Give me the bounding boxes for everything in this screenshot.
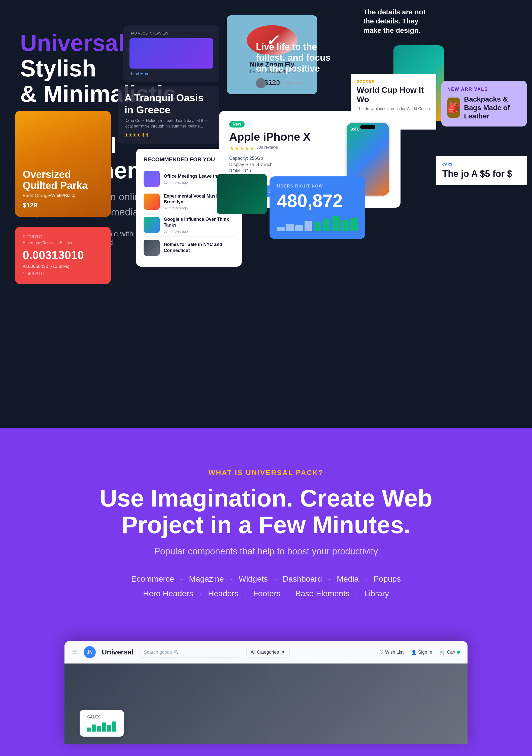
dot-3: · xyxy=(272,574,279,583)
dot-9: · xyxy=(354,589,360,598)
mini-bar-3 xyxy=(97,726,101,732)
nav-actions: ♡ Wish List 👤 Sign In 🛒 Cart xyxy=(380,649,460,655)
backpack-card: NEW ARRIVALS 🎒 Backpacks & Bags Made of … xyxy=(441,81,527,126)
iphone-stars: ★★★★★ xyxy=(229,145,254,152)
hamburger-icon[interactable]: ☰ xyxy=(72,649,78,656)
chevron-down-icon: ▼ xyxy=(281,650,285,655)
rec-name-4: Homes for Sale in NYC and Connecticut xyxy=(164,242,234,254)
nature-card xyxy=(217,174,267,214)
search-bar[interactable]: Search goods 🔍 xyxy=(140,647,240,658)
middle-title-line2: Project in a Few Minutes. xyxy=(122,511,411,538)
meta-name: Olivia Fleming-Cruz xyxy=(269,81,304,85)
backpack-image: 🎒 xyxy=(447,97,460,118)
mini-bar-2 xyxy=(92,724,96,732)
rec-name-3: Google's Influence Over Think Tanks xyxy=(164,216,234,228)
spec-capacity: Capacity: 256Gb xyxy=(229,156,337,161)
iphone-reviews-row: ★★★★★ 308 reviews xyxy=(229,143,337,152)
soccer-title: World Cup How It Wo xyxy=(357,85,430,104)
categories-row: Ecommerce · Magazine · Widgets · Dashboa… xyxy=(20,572,512,601)
rec-item-3: Google's Influence Over Think Tanks 38 m… xyxy=(144,213,234,237)
search-icon: 🔍 xyxy=(174,650,179,655)
mini-bar-4 xyxy=(102,722,106,732)
quote-card: The details are not the details. They ma… xyxy=(356,0,436,42)
heart-icon: ♡ xyxy=(380,649,384,655)
mini-bar-5 xyxy=(107,725,111,732)
top-section: The details are not the details. They ma… xyxy=(0,0,532,428)
greece-text: Dario Cook-Holden recreated dark days at… xyxy=(124,118,213,129)
category-dropdown[interactable]: All Categories ▼ xyxy=(246,647,290,658)
interview-tag: Had a Job Interview xyxy=(129,31,213,35)
livelife-meta: Olivia Fleming-Cruz xyxy=(256,78,334,88)
cat-headers: Headers xyxy=(208,589,239,598)
users-count: 480,872 xyxy=(277,191,358,211)
middle-description: Popular components that help to boost yo… xyxy=(20,546,512,557)
preview-hero-bg xyxy=(65,663,467,744)
wishlist-link[interactable]: ♡ Wish List xyxy=(380,649,404,655)
rec-thumb-4 xyxy=(144,240,160,256)
backpack-title: Backpacks & Bags Made of Leather xyxy=(464,95,521,121)
iphone-badge: New xyxy=(229,121,245,127)
browser-bar: ☰ JN Universal Search goods 🔍 All Catego… xyxy=(65,641,467,663)
users-chart xyxy=(277,216,358,231)
spec-display: Display Size: 4.7 inch xyxy=(229,162,337,167)
cat-dashboard: Dashboard xyxy=(282,574,322,583)
soccer-tag: SOCCER xyxy=(357,79,430,83)
crypto-change: -0.00050430 (-13.88%) xyxy=(23,264,103,269)
cart-link[interactable]: 🛒 Cart xyxy=(440,649,460,655)
middle-title: Use Imagination. Create Web Project in a… xyxy=(20,485,512,538)
rec-time-3: 38 minutes ago xyxy=(164,229,234,233)
interview-card: Had a Job Interview Read More xyxy=(123,25,219,82)
sales-chart xyxy=(87,721,117,732)
cart-indicator xyxy=(457,651,460,654)
cars-title: The jo A $5 for $ xyxy=(442,168,521,179)
dot-1: · xyxy=(178,574,185,583)
greece-stars: ★★★★ 4.4 xyxy=(124,132,213,138)
cars-card: CARS The jo A $5 for $ xyxy=(436,156,527,185)
cat-base-elements: Base Elements xyxy=(295,589,349,598)
read-more-link[interactable]: Read More xyxy=(129,71,213,76)
cat-popups: Popups xyxy=(374,574,401,583)
iphone-name: Apple iPhone X xyxy=(229,130,337,143)
livelife-card: Live life to the fullest, and focus on t… xyxy=(250,35,340,94)
chart-bar-2 xyxy=(286,224,294,231)
rec-info-4: Homes for Sale in NYC and Connecticut xyxy=(164,242,234,254)
cat-library: Library xyxy=(364,589,389,598)
chart-bar-3 xyxy=(295,225,303,231)
crypto-fullname: Ethereum Classic to Bitcoin xyxy=(23,241,103,245)
sales-tag: SALES xyxy=(87,715,117,719)
iphone-reviews: 308 reviews xyxy=(256,145,278,150)
rec-thumb-3 xyxy=(144,217,160,233)
iphone-time: 9:41 xyxy=(351,127,359,132)
parka-price: $129 xyxy=(23,202,103,209)
rec-thumb-2 xyxy=(144,194,160,210)
search-placeholder-text: Search goods xyxy=(144,650,172,655)
cat-magazine: Magazine xyxy=(189,574,224,583)
dot-4: · xyxy=(326,574,333,583)
chart-bar-1 xyxy=(277,227,285,231)
parka-title: Oversized Quilted Parka xyxy=(23,169,103,191)
parka-variant: Burnt Orange/White/Black xyxy=(23,193,103,198)
dot-7: · xyxy=(243,589,250,598)
avatar xyxy=(256,78,266,88)
users-label: USERS RIGHT NOW xyxy=(277,184,358,188)
new-arrivals-label: NEW ARRIVALS xyxy=(447,87,521,92)
rec-info-3: Google's Influence Over Think Tanks 38 m… xyxy=(164,216,234,233)
parka-text: Oversized Quilted Parka Burnt Orange/Whi… xyxy=(23,169,103,209)
chart-bar-6 xyxy=(323,219,330,231)
category-label: All Categories xyxy=(251,650,279,655)
crypto-card: ETC/BTC Ethereum Classic to Bitcoin 0.00… xyxy=(15,227,111,284)
interview-image xyxy=(129,38,213,68)
greece-card: A Tranquil Oasis in Greece Dario Cook-Ho… xyxy=(119,86,219,144)
greece-title: A Tranquil Oasis in Greece xyxy=(124,92,213,116)
backpack-content: 🎒 Backpacks & Bags Made of Leather xyxy=(447,95,521,121)
signin-link[interactable]: 👤 Sign In xyxy=(411,649,432,655)
rec-thumb-1 xyxy=(144,171,160,187)
bottom-section: ☰ JN Universal Search goods 🔍 All Catego… xyxy=(0,641,532,756)
crypto-pair: ETC/BTC xyxy=(23,234,103,240)
chart-bar-4 xyxy=(305,221,312,231)
cars-tag: CARS xyxy=(442,162,521,166)
preview-window: ☰ JN Universal Search goods 🔍 All Catego… xyxy=(65,641,467,744)
chart-bar-7 xyxy=(332,216,339,231)
preview-content: SALES xyxy=(65,663,467,744)
what-is-label: WHAT IS UNIVERSAL PACK? xyxy=(20,469,512,477)
